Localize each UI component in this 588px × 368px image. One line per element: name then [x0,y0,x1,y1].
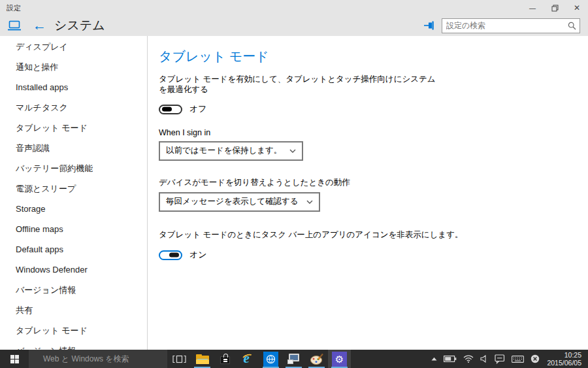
sidebar-item-installed-apps[interactable]: Installed apps [0,77,147,97]
minimize-icon: — [529,5,536,12]
internet-explorer-icon: e [241,352,255,366]
mode-switch-label: デバイスがモードを切り替えようとしたときの動作 [159,177,575,188]
tablet-mode-toggle[interactable] [159,105,182,114]
sidebar-item-about[interactable]: バージョン情報 [0,280,147,300]
sidebar-item-multitasking[interactable]: マルチタスク [0,97,147,118]
sidebar-item-notifications[interactable]: 通知と操作 [0,57,147,77]
sidebar-item-tablet-mode-2[interactable]: タブレット モード [0,320,147,341]
header: ← システム [0,16,588,35]
sign-in-dropdown-value: 以前ではモードを保持します。 [166,145,282,156]
sidebar: ディスプレイ 通知と操作 Installed apps マルチタスク タブレット… [0,36,148,350]
clock-date: 2015/06/05 [547,359,581,367]
taskbar-paint[interactable] [305,350,328,368]
taskbar-edge-globe[interactable] [259,350,282,368]
taskbar-settings[interactable]: ⚙ [328,350,351,368]
main-panel: タブレット モード タブレット モードを有効にして、タブレットとタッチ操作向けに… [148,36,588,350]
action-center-icon [495,354,505,364]
settings-body: ディスプレイ 通知と操作 Installed apps マルチタスク タブレット… [0,36,588,350]
titlebar: 設定 — ✕ [0,0,588,16]
taskbar-store[interactable] [214,350,237,368]
sidebar-item-battery-saver[interactable]: バッテリー節約機能 [0,158,147,178]
chevron-down-icon [306,200,313,204]
close-icon: ✕ [574,3,580,12]
battery-icon [444,355,457,363]
sidebar-item-display[interactable]: ディスプレイ [0,37,147,57]
sync-error-status[interactable] [527,350,543,368]
clock-time: 10:25 [547,351,581,359]
action-center-button[interactable] [491,350,508,368]
close-button[interactable]: ✕ [566,1,588,15]
volume-control[interactable] [477,350,491,368]
sidebar-item-windows-defender[interactable]: Windows Defender [0,259,147,280]
volume-icon [480,355,488,363]
file-explorer-icon [196,354,209,364]
pin-icon[interactable] [423,20,436,31]
taskbar-clock[interactable]: 10:25 2015/06/05 [543,351,588,367]
mode-switch-dropdown[interactable]: 毎回メッセージを表示して確認する [159,192,320,212]
windows-logo-icon [10,355,19,363]
sidebar-item-power-sleep[interactable]: 電源とスリープ [0,178,147,199]
taskbar-search-placeholder: Web と Windows を検索 [29,354,129,365]
network-status[interactable] [460,350,477,368]
system-tray: 10:25 2015/06/05 [428,350,588,368]
store-icon [220,356,230,364]
minimize-button[interactable]: — [521,1,544,15]
chevron-up-icon [431,357,437,361]
task-view-icon [172,354,186,364]
hide-icons-label: タブレット モードのときにタスク バー上のアプリのアイコンを非表示にします。 [159,229,575,241]
toggle-knob [169,253,179,258]
settings-search-box[interactable] [442,18,580,33]
edge-globe-icon [263,352,278,367]
magnifier-icon[interactable] [568,22,576,30]
sign-in-label: When I sign in [159,128,575,137]
battery-status[interactable] [440,350,460,368]
hide-icons-toggle-label: オン [189,249,207,261]
sidebar-item-default-apps[interactable]: Default apps [0,239,147,259]
taskbar: Web と Windows を検索 e ⚙ [0,350,588,368]
window-chrome: 設定 — ✕ ← システム [0,0,588,36]
taskbar-search-box[interactable]: Web と Windows を検索 [29,350,167,368]
taskbar-file-explorer[interactable] [191,350,214,368]
restore-icon [551,5,559,12]
taskbar-internet-explorer[interactable]: e [237,350,259,368]
sidebar-item-speech[interactable]: 音声認識 [0,138,147,158]
settings-tile: ⚙ [332,352,347,367]
window-controls: — ✕ [521,1,588,15]
chevron-down-icon [289,149,296,153]
sidebar-item-tablet-mode[interactable]: タブレット モード [0,118,147,138]
paint-icon [310,353,324,365]
sidebar-item-share[interactable]: 共有 [0,300,147,320]
taskbar-photos[interactable] [282,350,305,368]
tablet-mode-toggle-label: オフ [189,103,207,115]
section-heading: タブレット モード [159,48,575,65]
touch-keyboard-button[interactable] [508,350,527,368]
hide-icons-toggle[interactable] [159,250,182,260]
sidebar-item-about-2[interactable]: バージョン情報 [0,341,147,350]
sidebar-item-offline-maps[interactable]: Offline maps [0,219,147,239]
photos-icon [287,354,301,364]
window-title: 設定 [7,3,21,13]
mode-switch-dropdown-value: 毎回メッセージを表示して確認する [166,196,299,207]
tablet-mode-description: タブレット モードを有効にして、タブレットとタッチ操作向けにシステムを最適化する [159,74,436,95]
settings-search-input[interactable] [442,21,568,30]
sign-in-dropdown[interactable]: 以前ではモードを保持します。 [159,141,303,161]
back-arrow-icon[interactable]: ← [33,19,46,32]
restore-button[interactable] [544,1,566,15]
wifi-icon [463,355,474,363]
start-button[interactable] [0,350,29,368]
show-hidden-icons-button[interactable] [428,350,440,368]
task-view-button[interactable] [167,350,191,368]
page-title: システム [54,17,105,34]
sidebar-item-storage[interactable]: Storage [0,199,147,219]
keyboard-icon [512,355,524,363]
sync-error-icon [531,354,540,363]
gear-icon: ⚙ [335,354,344,364]
toggle-knob [162,107,172,112]
laptop-icon [7,19,22,32]
